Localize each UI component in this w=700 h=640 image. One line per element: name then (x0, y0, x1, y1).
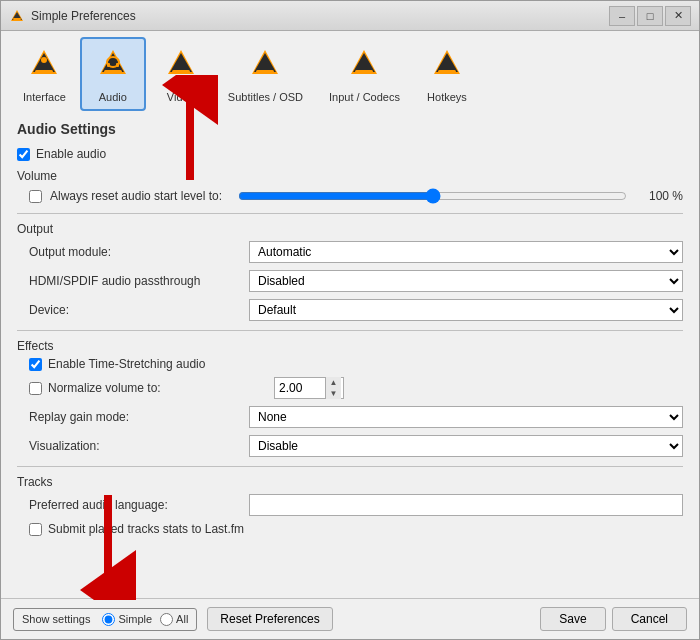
svg-rect-19 (172, 70, 190, 73)
toolbar-item-subtitles[interactable]: Subtitles / OSD (216, 37, 315, 111)
bottom-bar: Show settings Simple All Reset Preferenc… (1, 598, 699, 639)
audio-label: Audio (99, 91, 127, 103)
output-module-select[interactable]: Automatic DirectX audio output WaveOut a… (249, 241, 683, 263)
submit-stats-checkbox[interactable] (29, 523, 42, 536)
section-title: Audio Settings (17, 121, 683, 137)
enable-audio-row: Enable audio (17, 147, 683, 161)
svg-rect-28 (438, 70, 456, 73)
simple-radio[interactable] (102, 613, 115, 626)
visualization-select[interactable]: Disable Spectrum analyzer Scope Vu meter… (249, 435, 683, 457)
all-radio-label: All (176, 613, 188, 625)
save-button[interactable]: Save (540, 607, 605, 631)
normalize-increment[interactable]: ▲ (325, 377, 341, 388)
vlc-icon (9, 8, 25, 24)
radio-group: Simple All (102, 613, 188, 626)
time-stretch-row: Enable Time-Stretching audio (29, 357, 683, 371)
hdmi-passthrough-row: HDMI/SPDIF audio passthrough Disabled En… (29, 269, 683, 293)
simple-radio-option[interactable]: Simple (102, 613, 152, 626)
time-stretch-label[interactable]: Enable Time-Stretching audio (48, 357, 205, 371)
svg-marker-24 (353, 53, 375, 72)
toolbar-item-input[interactable]: Input / Codecs (317, 37, 412, 111)
window-controls: – □ ✕ (609, 6, 691, 26)
normalize-decrement[interactable]: ▼ (325, 388, 341, 399)
hotkeys-icon (426, 45, 468, 87)
volume-reset-label[interactable]: Always reset audio start level to: (50, 189, 222, 203)
visualization-row: Visualization: Disable Spectrum analyzer… (29, 434, 683, 458)
volume-reset-checkbox[interactable] (29, 190, 42, 203)
all-radio[interactable] (160, 613, 173, 626)
normalize-spinbox: ▲ ▼ (274, 377, 344, 399)
replay-gain-row: Replay gain mode: None Track Album (29, 405, 683, 429)
normalize-input[interactable] (275, 378, 325, 398)
show-settings-group: Show settings Simple All (13, 608, 197, 631)
subtitles-label: Subtitles / OSD (228, 91, 303, 103)
svg-rect-13 (104, 70, 122, 73)
subtitles-icon (244, 45, 286, 87)
device-row: Device: Default (29, 298, 683, 322)
volume-reset-row: Always reset audio start level to: 100 % (29, 187, 683, 205)
volume-slider[interactable] (238, 187, 627, 205)
volume-section-label: Volume (17, 169, 683, 183)
cancel-button[interactable]: Cancel (612, 607, 687, 631)
output-section-label: Output (17, 222, 683, 236)
tracks-section-label: Tracks (17, 475, 683, 489)
hdmi-passthrough-select[interactable]: Disabled Enabled (249, 270, 683, 292)
svg-rect-15 (107, 63, 110, 67)
title-bar: Simple Preferences – □ ✕ (1, 1, 699, 31)
preferred-lang-input[interactable] (249, 494, 683, 516)
reset-button[interactable]: Reset Preferences (207, 607, 332, 631)
svg-marker-18 (170, 53, 192, 72)
svg-marker-27 (436, 53, 458, 72)
svg-point-10 (41, 57, 47, 63)
toolbar: Interface Audio (1, 31, 699, 111)
volume-value: 100 % (643, 189, 683, 203)
device-select[interactable]: Default (249, 299, 683, 321)
normalize-row: Normalize volume to: ▲ ▼ (29, 376, 683, 400)
interface-icon (23, 45, 65, 87)
svg-rect-25 (355, 70, 373, 73)
input-label: Input / Codecs (329, 91, 400, 103)
input-icon (343, 45, 385, 87)
time-stretch-checkbox[interactable] (29, 358, 42, 371)
bottom-buttons: Save Cancel (540, 607, 687, 631)
svg-rect-22 (256, 70, 274, 73)
window-title: Simple Preferences (31, 9, 136, 23)
svg-rect-6 (13, 18, 21, 20)
arrow-up-annotation (150, 75, 230, 185)
hdmi-passthrough-label: HDMI/SPDIF audio passthrough (29, 274, 249, 288)
output-module-label: Output module: (29, 245, 249, 259)
svg-rect-16 (116, 63, 119, 67)
arrow-down-annotation (68, 490, 148, 600)
normalize-label[interactable]: Normalize volume to: (48, 381, 268, 395)
minimize-button[interactable]: – (609, 6, 635, 26)
all-radio-option[interactable]: All (160, 613, 188, 626)
toolbar-item-interface[interactable]: Interface (11, 37, 78, 111)
enable-audio-checkbox[interactable] (17, 148, 30, 161)
replay-gain-label: Replay gain mode: (29, 410, 249, 424)
visualization-label: Visualization: (29, 439, 249, 453)
toolbar-item-audio[interactable]: Audio (80, 37, 146, 111)
hotkeys-label: Hotkeys (427, 91, 467, 103)
replay-gain-select[interactable]: None Track Album (249, 406, 683, 428)
device-label: Device: (29, 303, 249, 317)
close-button[interactable]: ✕ (665, 6, 691, 26)
normalize-checkbox[interactable] (29, 382, 42, 395)
maximize-button[interactable]: □ (637, 6, 663, 26)
audio-icon (92, 45, 134, 87)
show-settings-label: Show settings (22, 613, 90, 625)
effects-section-label: Effects (17, 339, 683, 353)
svg-marker-21 (254, 53, 276, 72)
svg-marker-12 (102, 53, 124, 72)
svg-rect-9 (35, 70, 53, 73)
toolbar-item-hotkeys[interactable]: Hotkeys (414, 37, 480, 111)
interface-label: Interface (23, 91, 66, 103)
simple-radio-label: Simple (118, 613, 152, 625)
output-module-row: Output module: Automatic DirectX audio o… (29, 240, 683, 264)
enable-audio-label[interactable]: Enable audio (36, 147, 106, 161)
